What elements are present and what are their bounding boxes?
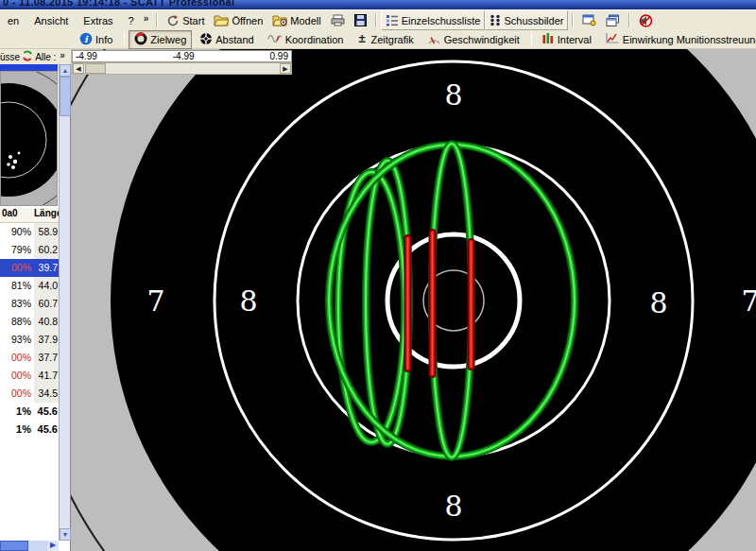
abstand-icon	[199, 32, 213, 47]
shot-list-row[interactable]: 90%58.9	[0, 223, 59, 241]
shot-list-row[interactable]: 00%41.7	[0, 367, 59, 385]
target-thumbnail-image	[1, 72, 57, 205]
view-button-label: Info	[95, 34, 112, 45]
scrollbar-thumb[interactable]	[85, 63, 106, 74]
session-header-bar[interactable]	[0, 64, 58, 71]
target-image: 878878	[71, 49, 756, 551]
shot-list-row[interactable]: 00%34.5	[0, 385, 59, 403]
scroll-down-icon[interactable]: ▼	[60, 528, 71, 541]
scrollbar-thumb[interactable]	[60, 77, 71, 116]
shot-filter-label: üsse	[0, 52, 20, 62]
toolbar-separator	[628, 13, 630, 27]
shot-list-horizontal-scrollbar[interactable]: ▶	[0, 541, 59, 551]
menu-item-extras[interactable]: Extras	[76, 13, 120, 28]
list-icon	[386, 14, 399, 26]
menu-and-main-toolbar: enAnsichtExtras? » Start Öffnen Modell E…	[0, 9, 756, 31]
view-button-geschwindigkeit[interactable]: Geschwindigkeit	[421, 30, 525, 49]
start-button[interactable]: Start	[162, 10, 209, 30]
shot-list-row[interactable]: 79%60.2	[0, 241, 59, 259]
view-button-koordination[interactable]: Koordination	[262, 30, 350, 49]
shot-images-button[interactable]: Schussbilder	[485, 10, 568, 30]
scroll-right-icon[interactable]: ▶	[47, 541, 59, 551]
target-thumbnail[interactable]	[0, 71, 58, 206]
shot-score-cell: 79%	[0, 241, 33, 259]
view-button-abstand[interactable]: Abstand	[194, 30, 259, 49]
scroll-up-icon[interactable]: ▲	[60, 64, 71, 77]
view-button-interval[interactable]: Interval	[536, 30, 597, 49]
floppy-icon	[354, 14, 367, 26]
scroll-right-icon[interactable]: ▶	[280, 63, 291, 74]
target-canvas[interactable]: 878878	[71, 49, 756, 551]
shot-list-row[interactable]: 83%60.7	[0, 295, 59, 313]
shot-length-cell: 58.9	[34, 223, 60, 241]
shot-score-cell: 00%	[0, 367, 33, 385]
shot-length-cell: 37.7	[34, 349, 60, 367]
shot-length-cell: 39.7	[34, 259, 60, 277]
coord-value-center: -4.99	[173, 51, 195, 61]
scrollbar-thumb[interactable]	[0, 541, 28, 551]
einwirkung-icon	[605, 32, 620, 46]
shot-list-row[interactable]: 81%44.0	[0, 277, 59, 295]
shot-list-row[interactable]: 1%45.6	[0, 421, 59, 439]
shot-score-cell: 81%	[0, 277, 33, 295]
window-title: 0 - 11.08.2015 19:14:18 - SCATT Professi…	[3, 0, 234, 8]
ring-number: 8	[649, 286, 667, 319]
title-bar: 0 - 11.08.2015 19:14:18 - SCATT Professi…	[0, 0, 756, 9]
view-button-zeitgrafik[interactable]: ±Zeitgrafik	[351, 30, 419, 49]
model-button[interactable]: Modell	[267, 10, 325, 30]
open-button[interactable]: Öffnen	[209, 10, 267, 30]
view-button-label: Zeitgrafik	[370, 34, 413, 45]
mute-button[interactable]	[634, 10, 658, 30]
window-cascade-button[interactable]	[601, 10, 625, 30]
shot-list-row[interactable]: 1%45.6	[0, 403, 59, 421]
shot-list-header: 0a0 Länge	[0, 208, 59, 223]
save-button[interactable]	[350, 10, 371, 30]
view-button-label: Abstand	[215, 34, 253, 45]
shot-list-row[interactable]: 88%40.8	[0, 313, 59, 331]
shot-score-cell: 1%	[0, 403, 33, 421]
view-toolbar: iInfoZielwegAbstandKoordination±Zeitgraf…	[0, 30, 756, 49]
menu-overflow-icon[interactable]: »	[142, 13, 153, 27]
shot-list-vertical-scrollbar[interactable]: ▲ ▼	[59, 64, 70, 541]
target-horizontal-scrollbar[interactable]: ◀ ▶	[72, 62, 292, 75]
ring-number: 8	[239, 284, 257, 318]
coordinate-readout: -4.99 -4.99 0.99	[72, 50, 292, 62]
column-header-score[interactable]: 0a0	[0, 208, 32, 222]
scroll-left-icon[interactable]: ◀	[73, 63, 84, 74]
shot-length-cell: 60.2	[34, 241, 60, 259]
shot-length-cell: 60.7	[34, 295, 60, 313]
geschwindigkeit-icon	[427, 33, 441, 46]
shot-length-cell: 40.8	[34, 313, 60, 331]
shot-list-row[interactable]: 00%37.7	[0, 349, 59, 367]
shot-filter-value[interactable]: Alle :	[35, 52, 56, 62]
shot-filter-bar: üsse Alle : »	[0, 49, 71, 64]
window-key-button[interactable]	[577, 10, 601, 30]
view-button-label: Koordination	[285, 34, 344, 45]
menu-item-ansicht[interactable]: Ansicht	[26, 13, 76, 28]
shot-list: 90%58.979%60.200%39.781%44.083%60.788%40…	[0, 223, 59, 439]
shot-panel: üsse Alle : » 0a0 Länge 90%58.979%60.200…	[0, 49, 71, 551]
ring-number: 7	[741, 284, 756, 318]
view-button-info[interactable]: iInfo	[74, 30, 118, 49]
toolbar-separator	[156, 13, 158, 27]
menu-bar: enAnsichtExtras?	[0, 15, 142, 26]
menu-item-?[interactable]: ?	[121, 13, 142, 28]
shot-length-cell: 45.6	[34, 403, 60, 421]
view-button-zielweg[interactable]: Zielweg	[129, 30, 192, 49]
open-folder-icon	[214, 14, 229, 26]
shot-list-row[interactable]: 00%39.7	[0, 259, 59, 277]
single-shot-list-button[interactable]: Einzelschussliste	[381, 10, 486, 30]
view-button-label: Einwirkung Munitionsstreuung	[623, 34, 756, 45]
view-button-label: Interval	[558, 34, 592, 45]
menu-item-en[interactable]: en	[0, 13, 26, 28]
column-header-length[interactable]: Länge	[32, 208, 61, 222]
printer-icon	[331, 14, 345, 26]
shot-score-cell: 90%	[0, 223, 33, 241]
print-button[interactable]	[326, 10, 350, 30]
coord-value-left: -4.99	[76, 51, 97, 61]
window-key-icon	[582, 14, 596, 26]
panel-overflow-icon[interactable]: »	[58, 50, 69, 64]
view-button-einwirkung[interactable]: Einwirkung Munitionsstreuung	[599, 30, 756, 49]
shot-list-row[interactable]: 93%37.9	[0, 331, 59, 349]
window-cascade-icon	[606, 14, 620, 26]
